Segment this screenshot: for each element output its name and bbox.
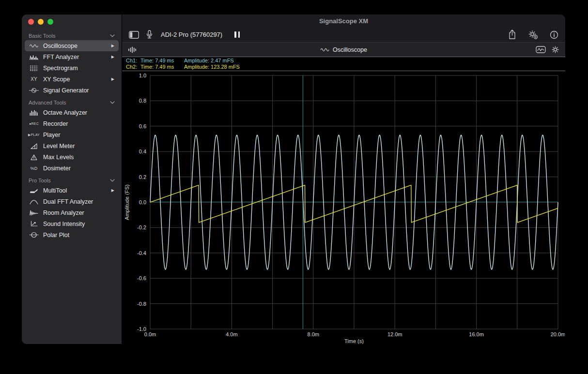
section-header-pro-tools[interactable]: Pro Tools: [25, 175, 119, 185]
oscilloscope-chart[interactable]: 1.00.80.60.40.20.0-0.2-0.4-0.6-0.8-1.00.…: [122, 71, 565, 344]
sidebar-item-label: Sound Intensity: [43, 221, 85, 227]
sidebar-item-label: XY Scope: [43, 76, 70, 83]
svg-text:0.8: 0.8: [139, 98, 146, 104]
section-label: Advanced Tools: [29, 100, 66, 105]
app-window: Basic Tools Oscilloscope ▶ FFT Analyzer …: [22, 15, 565, 344]
ch2-amplitude: Amplitude: 123.28 mFS: [184, 64, 240, 70]
sidebar-item-recorder[interactable]: ●REC Recorder: [25, 118, 119, 129]
device-name[interactable]: ADI-2 Pro (57760297): [161, 31, 222, 38]
chevron-down-icon: [110, 101, 115, 104]
sidebar-item-label: Oscilloscope: [43, 43, 77, 49]
view-title: Oscilloscope: [320, 46, 367, 53]
svg-text:Amplitude (FS): Amplitude (FS): [124, 184, 130, 220]
sidebar-item-oscilloscope[interactable]: Oscilloscope ▶: [25, 40, 119, 51]
svg-text:8.0m: 8.0m: [308, 331, 319, 337]
sidebar-item-label: Level Meter: [43, 143, 75, 150]
share-button[interactable]: [508, 30, 516, 40]
sidebar-item-label: Polar Plot: [43, 232, 69, 239]
sidebar-item-max-levels[interactable]: Max Levels: [25, 151, 119, 163]
info-button[interactable]: [550, 30, 558, 39]
level-meter-icon: [28, 143, 40, 149]
max-levels-icon: [28, 154, 40, 160]
svg-text:0.2: 0.2: [139, 174, 146, 180]
sidebar-item-dosimeter[interactable]: %D Dosimeter: [25, 163, 119, 174]
sidebar-item-label: Spectrogram: [43, 65, 78, 72]
svg-text:4.0m: 4.0m: [226, 331, 237, 337]
sidebar-item-label: Player: [43, 132, 60, 138]
input-device-icon[interactable]: [146, 30, 153, 39]
section-label: Pro Tools: [29, 178, 51, 183]
ch2-label: Ch2:: [126, 64, 140, 70]
dosimeter-icon: %D: [28, 166, 40, 171]
view-settings-button[interactable]: [551, 45, 559, 54]
sidebar-item-octave-analyzer[interactable]: Octave Analyzer: [25, 107, 119, 118]
window-title: SignalScope XM: [319, 17, 368, 25]
sidebar-item-label: Max Levels: [43, 154, 74, 161]
octave-analyzer-icon: [28, 110, 40, 116]
svg-text:0.4: 0.4: [139, 149, 146, 154]
oscilloscope-plot[interactable]: 1.00.80.60.40.20.0-0.2-0.4-0.6-0.8-1.00.…: [122, 71, 565, 344]
main-panel: SignalScope XM ADI-2 Pro (57760297): [122, 15, 565, 344]
signal-generator-icon: [28, 88, 40, 93]
ch2-time: Time: 7.49 ms: [140, 64, 184, 70]
settings-add-button[interactable]: [528, 30, 538, 39]
window-titlebar: SignalScope XM: [122, 15, 565, 27]
sidebar-item-label: Signal Generator: [43, 87, 89, 94]
sidebar-item-sound-intensity[interactable]: Sound Intensity: [25, 218, 119, 229]
zoom-button[interactable]: [47, 19, 53, 25]
sidebar-toggle-button[interactable]: [129, 31, 139, 39]
chart-style-button[interactable]: [536, 46, 546, 53]
polar-plot-icon: [28, 232, 40, 238]
play-arrow-icon[interactable]: ▶: [111, 77, 115, 81]
svg-text:Time (s): Time (s): [344, 338, 364, 344]
sound-intensity-icon: [28, 221, 40, 227]
sidebar-item-xy-scope[interactable]: XY XY Scope ▶: [25, 74, 119, 85]
chevron-down-icon: [110, 34, 115, 37]
section-label: Basic Tools: [29, 33, 55, 39]
traffic-lights: [22, 15, 122, 29]
minimize-button[interactable]: [38, 19, 44, 25]
sidebar-item-polar-plot[interactable]: Polar Plot: [25, 229, 119, 240]
sidebar-item-dual-fft-analyzer[interactable]: Dual FFT Analyzer: [25, 196, 119, 207]
play-arrow-icon[interactable]: ▶: [111, 44, 115, 48]
sidebar-item-label: Dosimeter: [43, 165, 71, 172]
fft-analyzer-icon: [28, 54, 40, 60]
sidebar-item-label: MultiTool: [43, 187, 67, 194]
sidebar-item-label: Octave Analyzer: [43, 109, 87, 116]
sidebar-item-multitool[interactable]: MultiTool ▶: [25, 185, 119, 196]
section-header-basic-tools[interactable]: Basic Tools: [25, 30, 119, 40]
svg-text:12.0m: 12.0m: [387, 331, 402, 337]
spectrogram-icon: [28, 65, 40, 71]
sidebar-item-spectrogram[interactable]: Spectrogram: [25, 62, 119, 74]
oscilloscope-icon: [28, 43, 40, 49]
live-signal-icon[interactable]: [128, 46, 136, 54]
play-arrow-icon[interactable]: ▶: [111, 55, 115, 59]
svg-text:-0.6: -0.6: [137, 275, 146, 281]
ch1-time: Time: 7.49 ms: [140, 58, 184, 64]
sidebar: Basic Tools Oscilloscope ▶ FFT Analyzer …: [22, 15, 122, 344]
sidebar-item-room-analyzer[interactable]: Room Analyzer: [25, 207, 119, 218]
svg-text:-0.8: -0.8: [137, 301, 146, 307]
sidebar-item-label: FFT Analyzer: [43, 54, 79, 60]
sidebar-section-advanced-tools: Advanced Tools Octave Analyzer ●REC Reco…: [25, 97, 119, 174]
close-button[interactable]: [28, 19, 34, 25]
cursor-readout: Ch1:Time: 7.49 msAmplitude: 2.47 mFS Ch2…: [122, 57, 565, 71]
sidebar-item-player[interactable]: ▶PLAY Player: [25, 129, 119, 140]
pause-button[interactable]: [234, 31, 240, 38]
sidebar-item-level-meter[interactable]: Level Meter: [25, 140, 119, 151]
svg-text:0.6: 0.6: [139, 123, 146, 129]
sidebar-item-label: Recorder: [43, 120, 68, 127]
play-arrow-icon[interactable]: ▶: [111, 188, 115, 193]
sidebar-item-fft-analyzer[interactable]: FFT Analyzer ▶: [25, 51, 119, 62]
room-analyzer-icon: [28, 210, 40, 216]
section-header-advanced-tools[interactable]: Advanced Tools: [25, 97, 119, 107]
ch1-amplitude: Amplitude: 2.47 mFS: [184, 58, 234, 63]
readout-ch2: Ch2:Time: 7.49 msAmplitude: 123.28 mFS: [126, 64, 565, 70]
svg-text:20.0m: 20.0m: [551, 331, 565, 337]
sidebar-item-label: Room Analyzer: [43, 209, 84, 216]
sidebar-item-signal-generator[interactable]: Signal Generator: [25, 85, 119, 96]
main-toolbar: ADI-2 Pro (57760297): [122, 27, 565, 43]
sine-wave-icon: [320, 47, 329, 53]
view-title-label: Oscilloscope: [333, 46, 367, 53]
sidebar-list: Basic Tools Oscilloscope ▶ FFT Analyzer …: [22, 29, 122, 344]
